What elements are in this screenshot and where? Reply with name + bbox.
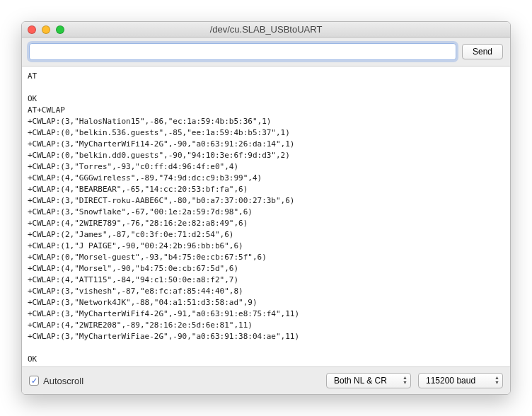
console-output[interactable]: AT OK AT+CWLAP +CWLAP:(3,"HalosNation15"…: [22, 67, 510, 366]
chevron-updown-icon: ▲▼: [495, 375, 499, 385]
send-button[interactable]: Send: [462, 44, 503, 59]
baud-value: 115200 baud: [426, 376, 475, 386]
minimize-icon[interactable]: [42, 25, 50, 34]
check-icon: ✓: [29, 376, 39, 386]
chevron-updown-icon: ▲▼: [403, 375, 407, 385]
serial-monitor-window: /dev/cu.SLAB_USBtoUART Send AT OK AT+CWL…: [21, 21, 511, 395]
titlebar: /dev/cu.SLAB_USBtoUART: [22, 22, 510, 37]
command-input[interactable]: [29, 43, 456, 60]
autoscroll-label: Autoscroll: [43, 376, 83, 386]
close-icon[interactable]: [28, 25, 36, 34]
window-title: /dev/cu.SLAB_USBtoUART: [22, 24, 510, 35]
line-ending-value: Both NL & CR: [334, 376, 387, 386]
line-ending-select[interactable]: Both NL & CR ▲▼: [326, 373, 411, 388]
bottombar: ✓ Autoscroll Both NL & CR ▲▼ 115200 baud…: [22, 366, 510, 394]
toolbar: Send: [22, 37, 510, 67]
autoscroll-checkbox[interactable]: ✓ Autoscroll: [29, 376, 83, 386]
baud-select[interactable]: 115200 baud ▲▼: [418, 373, 503, 388]
traffic-lights: [28, 25, 64, 34]
zoom-icon[interactable]: [56, 25, 64, 34]
